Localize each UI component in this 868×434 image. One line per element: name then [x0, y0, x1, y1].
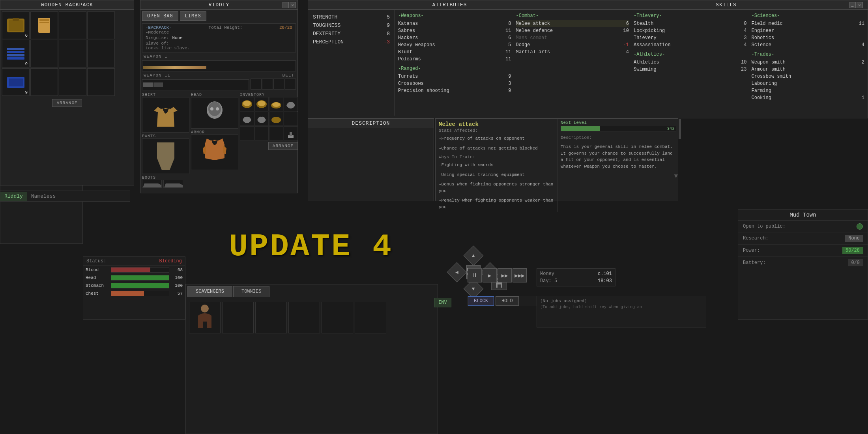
train-1: -Fighting with swords	[436, 160, 557, 170]
backpack-arrange-button[interactable]: ARRANGE	[52, 99, 82, 107]
skill-swimming[interactable]: Swimming 23	[634, 66, 747, 73]
inv-slot-10[interactable]	[269, 126, 283, 140]
inventory-arrange-button[interactable]: ARRANGE	[268, 142, 298, 150]
hold-button[interactable]: HOLD	[496, 296, 519, 306]
town-panel: Mud Town Open to public: Research: None …	[738, 209, 868, 320]
skill-lockpicking[interactable]: Lockpicking 4	[634, 27, 747, 34]
npc-slot-0[interactable]	[189, 302, 221, 333]
skill-crossbow-smith[interactable]: Crossbow smith	[752, 73, 865, 80]
nav-left-button[interactable]: ◀	[447, 262, 467, 282]
close-button[interactable]: ✕	[290, 2, 296, 8]
boot-slot-left[interactable]	[142, 180, 162, 188]
item-slot-9[interactable]	[30, 68, 58, 96]
item-count-8: 9	[25, 90, 28, 95]
skill-athletics[interactable]: Athletics 10	[634, 59, 747, 66]
item-slot-11[interactable]	[87, 68, 115, 96]
shirt-slot[interactable]	[142, 97, 189, 133]
weapon2-slot[interactable]	[142, 79, 249, 90]
inv-slot-4[interactable]	[240, 112, 254, 126]
inv-slot-1[interactable]	[254, 97, 269, 111]
skill-robotics[interactable]: Robotics	[752, 34, 865, 41]
npc-slot-1[interactable]	[222, 302, 254, 333]
attr-close-button[interactable]: ✕	[857, 2, 863, 8]
skill-melee-defence[interactable]: Melee defence 10	[516, 27, 629, 34]
npc-slot-2[interactable]	[255, 302, 287, 333]
item-slot-5[interactable]	[30, 40, 58, 67]
limbs-button[interactable]: LIMBS	[180, 11, 206, 21]
inv-slot-6[interactable]	[269, 112, 283, 126]
stomach-label: Stomach	[86, 283, 109, 288]
weapon1-slot[interactable]	[142, 60, 296, 71]
melee-attack-header[interactable]: Melee attack	[436, 119, 557, 128]
item-slot-6[interactable]	[59, 40, 86, 67]
skill-labouring[interactable]: Labouring	[752, 80, 865, 87]
skill-dodge[interactable]: Dodge -1	[516, 41, 629, 49]
inv-slot-5[interactable]	[254, 112, 269, 126]
belt-slot-3[interactable]	[285, 79, 296, 90]
belt-slot-0[interactable]	[251, 79, 262, 90]
char-riddly-button[interactable]: Riddly	[0, 192, 27, 201]
open-bag-button[interactable]: OPEN BAG	[142, 11, 178, 21]
nav-up-button[interactable]: ▲	[464, 246, 484, 266]
open-toggle[interactable]	[857, 223, 863, 230]
npc-slot-4[interactable]	[322, 302, 353, 333]
belt-slot-1[interactable]	[262, 79, 273, 90]
inv-slot-11[interactable]	[284, 126, 298, 140]
perception-label: PERCEPTION	[313, 39, 344, 45]
inv-slot-8[interactable]	[240, 126, 254, 140]
pause-button[interactable]: ⏸	[468, 268, 482, 282]
item-slot-10[interactable]	[59, 68, 86, 96]
money-label: Money	[540, 271, 554, 277]
inv-slot-3[interactable]	[284, 97, 298, 111]
item-slot-4[interactable]: 9	[2, 40, 30, 67]
skill-stealth[interactable]: Stealth 0	[634, 20, 747, 27]
skill-armour-smith[interactable]: Armour smith	[752, 66, 865, 73]
boots-section: BOOTS	[140, 176, 297, 189]
melee-scrollbar[interactable]	[678, 118, 681, 201]
melee-info-column: Melee attack Stats Affected: -Frequency …	[436, 119, 557, 212]
attr-minimize-button[interactable]: _	[849, 2, 856, 8]
npc-slot-3[interactable]	[288, 302, 320, 333]
skill-farming[interactable]: Farming	[752, 87, 865, 94]
item-slot-2[interactable]	[59, 11, 86, 39]
belt-slot-2[interactable]	[273, 79, 284, 90]
inventory-label: INVENTORY	[240, 93, 298, 97]
play-button[interactable]: ▶	[483, 268, 497, 282]
jobs-text: [No jobs assigned]	[540, 299, 703, 303]
minimize-button[interactable]: _	[282, 2, 289, 8]
boot-slot-right[interactable]	[163, 180, 183, 188]
skill-thievery[interactable]: Thievery 3	[634, 34, 747, 41]
pants-slot[interactable]	[142, 138, 189, 174]
skill-field-medic[interactable]: Field medic 11	[752, 20, 865, 27]
armor-slot[interactable]	[191, 135, 238, 170]
battery-row: Battery: 0/0	[738, 257, 868, 269]
item-slot-7[interactable]	[87, 40, 115, 67]
item-slot-0[interactable]: 6	[2, 11, 30, 39]
head-slot[interactable]	[191, 97, 238, 129]
skill-martial-arts[interactable]: Martial arts 4	[516, 49, 629, 56]
npc-slot-5[interactable]	[355, 302, 386, 333]
block-button[interactable]: BLOCK	[468, 296, 494, 306]
stomach-val: 100	[171, 283, 183, 288]
scrollbar-thumb[interactable]	[679, 119, 681, 139]
inv-slot-9[interactable]	[254, 126, 269, 140]
char-nameless-button[interactable]: Nameless	[27, 192, 60, 201]
townies-tab[interactable]: TOWNIES	[233, 286, 269, 297]
item-slot-1[interactable]	[30, 11, 58, 39]
skill-weapon-smith[interactable]: Weapon smith 2	[752, 59, 865, 66]
fastest-forward-button[interactable]: ▶▶▶	[513, 268, 527, 282]
skill-melee-attack[interactable]: Melee attack 6	[516, 20, 629, 27]
skill-cooking[interactable]: Cooking 1	[752, 94, 865, 101]
svg-rect-24	[290, 132, 292, 136]
skill-science[interactable]: Science 4	[752, 41, 865, 49]
inv-button[interactable]: INV	[434, 298, 451, 307]
skill-engineer[interactable]: Engineer	[752, 27, 865, 34]
fast-forward-button[interactable]: ▶▶	[498, 268, 512, 282]
inv-slot-2[interactable]	[269, 97, 283, 111]
inv-slot-7[interactable]	[284, 112, 298, 126]
scavengers-tab[interactable]: SCAVENGERS	[187, 286, 232, 297]
skill-assassination[interactable]: Assassination 4	[634, 41, 747, 49]
item-slot-3[interactable]	[87, 11, 115, 39]
inv-slot-0[interactable]	[240, 97, 254, 111]
item-slot-8[interactable]: 9	[2, 68, 30, 96]
